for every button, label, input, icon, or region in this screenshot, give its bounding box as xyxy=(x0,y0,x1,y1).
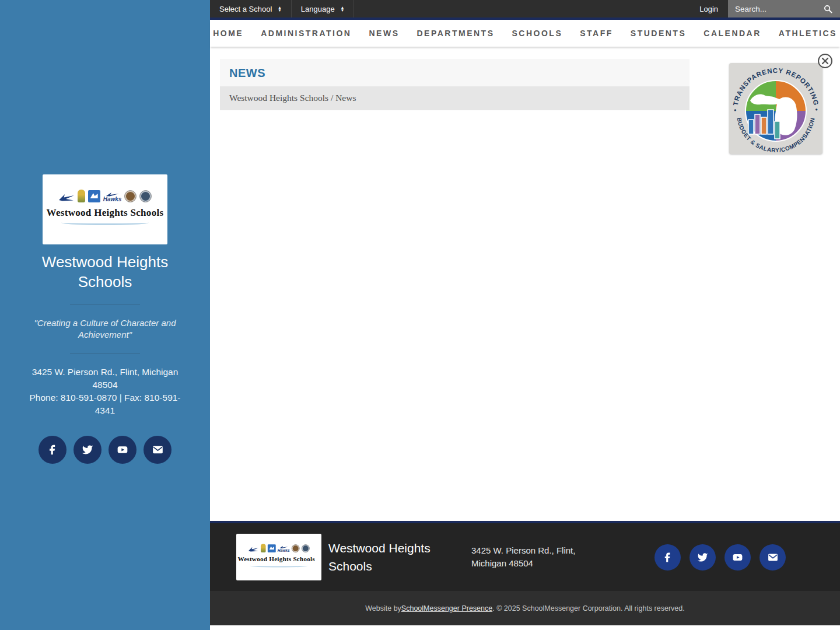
logo-mascots: Hawks xyxy=(237,543,320,552)
nav-item-schools[interactable]: SCHOOLS xyxy=(503,29,572,38)
language-label: Language xyxy=(301,5,335,13)
search-button[interactable] xyxy=(823,4,833,14)
main-content: NEWS Westwood Heights Schools / News xyxy=(210,47,840,521)
nav-item-students[interactable]: STUDENTS xyxy=(622,29,695,38)
twitter-icon xyxy=(697,552,708,563)
twitter-link[interactable] xyxy=(690,544,716,570)
youtube-icon xyxy=(732,552,744,563)
nav-item-news[interactable]: NEWS xyxy=(360,29,408,38)
nav-item-calendar[interactable]: CALENDAR xyxy=(695,29,770,38)
school-logo-inner: Hawks Westwood Heights Schools xyxy=(43,174,167,244)
email-icon xyxy=(767,552,779,563)
divider xyxy=(70,353,140,354)
utility-bar: Select a School ▲▼ Language ▲▼ Login xyxy=(210,0,840,20)
chevron-up-down-icon: ▲▼ xyxy=(278,6,281,12)
twitter-icon xyxy=(82,444,93,456)
facebook-link[interactable] xyxy=(38,436,66,464)
hawk-swoosh-icon xyxy=(58,193,75,202)
round-badge-icon xyxy=(139,190,152,202)
login-link[interactable]: Login xyxy=(690,0,728,18)
copyright-suffix: . © 2025 SchoolMessenger Corporation. Al… xyxy=(492,604,685,612)
footer-social-links xyxy=(654,544,786,570)
blue-square-logo-icon xyxy=(268,544,276,552)
round-badge-icon xyxy=(292,544,300,552)
footer-address-line1: 3425 W. Pierson Rd., Flint, xyxy=(471,544,575,558)
round-badge-icon xyxy=(302,544,310,552)
email-link[interactable] xyxy=(144,436,172,464)
page-title: NEWS xyxy=(229,66,265,79)
badge-close-button[interactable] xyxy=(817,53,833,69)
search-icon xyxy=(823,4,833,14)
footer-address-line2: Michigan 48504 xyxy=(471,557,575,570)
school-logo-inner: Hawks Westwood Heights Schools xyxy=(237,534,320,580)
logo-text: Westwood Heights Schools xyxy=(237,555,320,563)
topbar-spacer xyxy=(354,0,690,18)
email-icon xyxy=(152,444,164,456)
school-logo[interactable]: Hawks Westwood Heights Schools xyxy=(43,174,167,244)
address-text: 3425 W. Pierson Rd., Flint, Michigan 485… xyxy=(23,366,187,391)
divider xyxy=(70,304,140,305)
footer-address: 3425 W. Pierson Rd., Flint, Michigan 485… xyxy=(471,544,575,570)
mascot-icon xyxy=(78,190,85,202)
sidebar: Hawks Westwood Heights Schools Westwood … xyxy=(0,0,210,630)
close-icon xyxy=(817,53,833,69)
main-column: Select a School ▲▼ Language ▲▼ Login HOM… xyxy=(210,0,840,625)
search-box xyxy=(728,0,840,18)
school-logo[interactable]: Hawks Westwood Heights Schools xyxy=(236,534,321,580)
hawks-wordmark: Hawks xyxy=(278,546,290,552)
page: Hawks Westwood Heights Schools Westwood … xyxy=(0,0,840,630)
round-badge-icon xyxy=(124,190,136,202)
language-dropdown[interactable]: Language ▲▼ xyxy=(292,0,354,18)
page-title-row: NEWS xyxy=(220,59,690,86)
nav-item-staff[interactable]: STAFF xyxy=(571,29,622,38)
nav-item-departments[interactable]: DEPARTMENTS xyxy=(408,29,503,38)
logo-mascots: Hawks xyxy=(43,188,167,202)
breadcrumb-row: Westwood Heights Schools / News xyxy=(220,86,690,110)
primary-nav: HOME ADMINISTRATION NEWS DEPARTMENTS SCH… xyxy=(210,20,840,47)
facebook-link[interactable] xyxy=(654,544,681,570)
facebook-icon xyxy=(662,552,673,563)
site-title: Westwood Heights Schools xyxy=(35,253,175,292)
hawks-wordmark: Hawks xyxy=(103,192,122,202)
logo-swoosh xyxy=(250,564,308,568)
blue-square-logo-icon xyxy=(88,190,100,202)
nav-item-administration[interactable]: ADMINISTRATION xyxy=(252,29,360,38)
logo-swoosh xyxy=(61,220,149,225)
footer-site-title: Westwood Heights Schools xyxy=(328,539,451,576)
select-school-label: Select a School xyxy=(219,5,272,13)
mascot-icon xyxy=(261,544,266,553)
youtube-icon xyxy=(116,444,129,456)
nav-item-athletics[interactable]: ATHLETICS xyxy=(770,29,840,38)
school-motto: "Creating a Culture of Character and Ach… xyxy=(20,317,190,341)
youtube-link[interactable] xyxy=(108,436,136,464)
hawk-swoosh-icon xyxy=(248,547,258,553)
search-input[interactable] xyxy=(735,5,820,13)
news-panel: NEWS Westwood Heights Schools / News xyxy=(220,47,690,110)
copyright-prefix: Website by xyxy=(365,604,401,612)
facebook-icon xyxy=(47,444,58,456)
transparency-badge-graphic: • TRANSPARENCY REPORTING • BUDGET & SALA… xyxy=(729,63,822,154)
schoolmessenger-link[interactable]: SchoolMessenger Presence xyxy=(401,604,492,612)
sidebar-social-links xyxy=(0,436,210,464)
breadcrumb[interactable]: Westwood Heights Schools / News xyxy=(229,93,356,103)
copyright-bar: Website by SchoolMessenger Presence . © … xyxy=(210,591,840,625)
chevron-up-down-icon: ▲▼ xyxy=(341,6,344,12)
twitter-link[interactable] xyxy=(74,436,102,464)
nav-item-home[interactable]: HOME xyxy=(204,29,252,38)
email-link[interactable] xyxy=(760,544,786,570)
transparency-reporting-badge[interactable]: • TRANSPARENCY REPORTING • BUDGET & SALA… xyxy=(729,63,822,154)
phone-fax-text: Phone: 810-591-0870 | Fax: 810-591-4341 xyxy=(23,391,187,417)
youtube-link[interactable] xyxy=(724,544,751,570)
select-school-dropdown[interactable]: Select a School ▲▼ xyxy=(210,0,292,18)
logo-text: Westwood Heights Schools xyxy=(43,207,167,219)
site-footer: Hawks Westwood Heights Schools Westwood … xyxy=(210,521,840,591)
